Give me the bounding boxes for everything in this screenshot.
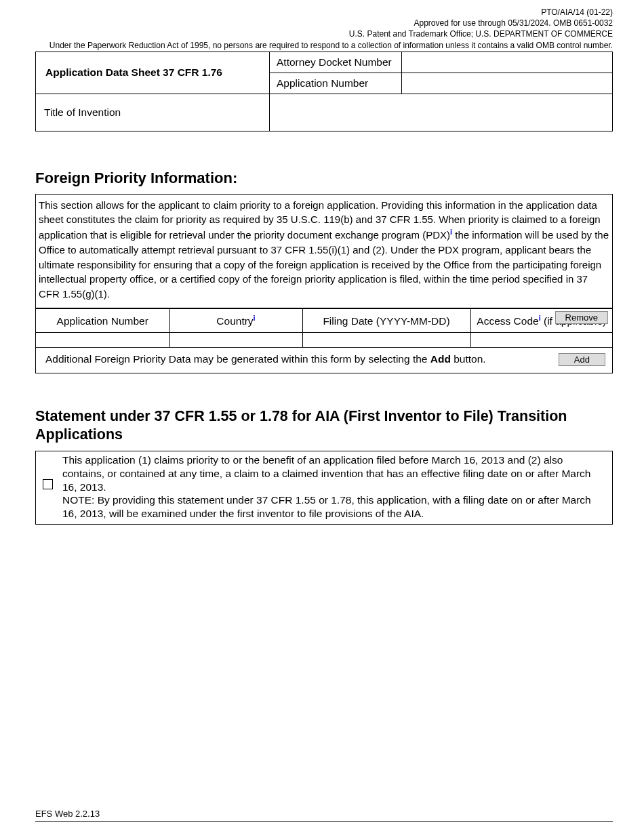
remove-button[interactable]: Remove: [555, 311, 608, 324]
aia-statement-text: This application (1) claims priority to …: [62, 453, 605, 521]
filing-date-input[interactable]: [302, 332, 470, 347]
application-number-label: Application Number: [270, 73, 402, 94]
aia-statement-heading: Statement under 37 CFR 1.55 or 1.78 for …: [35, 407, 613, 444]
footer-version: EFS Web 2.2.13: [35, 809, 613, 822]
header-line-1: PTO/AIA/14 (01-22): [35, 7, 613, 18]
aia-statement-checkbox[interactable]: [43, 479, 53, 489]
paperwork-reduction-notice: Under the Paperwork Reduction Act of 199…: [35, 41, 613, 50]
col-country: Countryi: [169, 308, 302, 332]
country-input[interactable]: [169, 332, 302, 347]
col-filing-date: Filing Date (YYYY-MM-DD): [302, 308, 470, 332]
info-superscript-icon: i: [254, 314, 256, 322]
header-line-2: Approved for use through 05/31/2024. OMB…: [35, 18, 613, 28]
access-code-input[interactable]: [470, 332, 612, 347]
add-button[interactable]: Add: [559, 353, 605, 366]
header-line-3: U.S. Patent and Trademark Office; U.S. D…: [35, 28, 613, 39]
application-header-table: Application Data Sheet 37 CFR 1.76 Attor…: [35, 52, 613, 131]
add-instruction-text: Additional Foreign Priority Data may be …: [45, 352, 546, 366]
foreign-priority-description: This section allows for the applicant to…: [36, 195, 612, 308]
attorney-docket-label: Attorney Docket Number: [270, 52, 402, 73]
table-row: [36, 332, 612, 347]
col-access-code: Remove Access Codei (if applicable): [470, 308, 612, 332]
title-of-invention-label: Title of Invention: [36, 94, 270, 131]
ads-title: Application Data Sheet 37 CFR 1.76: [36, 52, 270, 94]
foreign-priority-heading: Foreign Priority Information:: [35, 169, 613, 187]
app-number-input[interactable]: [36, 332, 169, 347]
application-number-value[interactable]: [402, 73, 613, 94]
title-of-invention-value[interactable]: [270, 94, 613, 131]
aia-statement-section: This application (1) claims priority to …: [35, 451, 613, 525]
foreign-priority-table: Application Number Countryi Filing Date …: [36, 308, 612, 373]
col-application-number: Application Number: [36, 308, 169, 332]
attorney-docket-value[interactable]: [402, 52, 613, 73]
foreign-priority-section: This section allows for the applicant to…: [35, 194, 613, 374]
info-superscript-icon: i: [539, 314, 541, 322]
